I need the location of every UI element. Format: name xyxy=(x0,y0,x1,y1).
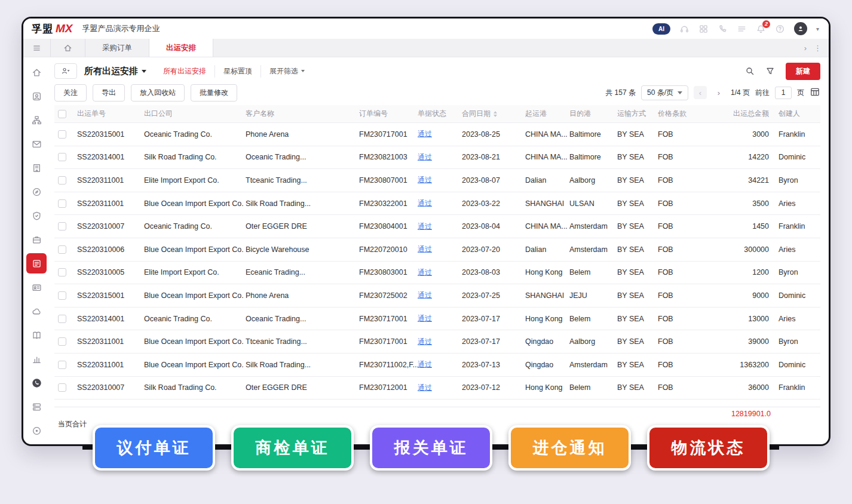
table-row[interactable]: SS220311001Blue Ocean Import Export Co.S… xyxy=(54,192,820,216)
quick-filter-0[interactable]: 所有出运安排 xyxy=(155,65,214,78)
row-checkbox[interactable] xyxy=(58,199,66,208)
table-row[interactable]: SS220315001Blue Ocean Import Export Co.P… xyxy=(54,284,820,308)
shortcut-button-0[interactable]: 议付单证 xyxy=(93,425,215,471)
column-settings-icon[interactable] xyxy=(810,87,820,99)
tab-shipping-plans[interactable]: 出运安排 xyxy=(149,39,213,57)
sidebar-item-record-icon[interactable] xyxy=(26,420,47,441)
sidebar-item-layers-icon[interactable] xyxy=(26,397,47,417)
sidebar-item-org-icon[interactable] xyxy=(26,110,47,130)
row-checkbox[interactable] xyxy=(58,361,66,369)
person-filter-icon[interactable] xyxy=(54,63,77,79)
sidebar-item-id-card-icon[interactable] xyxy=(26,277,47,297)
shortcut-button-3[interactable]: 进仓通知 xyxy=(508,425,631,471)
cell-company: Blue Ocean Import Export Co. xyxy=(144,361,246,369)
row-checkbox[interactable] xyxy=(58,245,66,254)
sidebar-item-mail-icon[interactable] xyxy=(26,134,47,154)
tab-purchase-orders[interactable]: 采购订单 xyxy=(85,39,149,57)
table-row[interactable]: SS220311001Blue Ocean Import Export Co.T… xyxy=(54,330,820,354)
new-button[interactable]: 新建 xyxy=(786,63,820,80)
sidebar-item-compass-icon[interactable] xyxy=(26,182,47,202)
row-checkbox[interactable] xyxy=(58,337,66,346)
sidebar-item-book-icon[interactable] xyxy=(26,325,47,345)
status-link[interactable]: 通过 xyxy=(418,290,432,300)
phone-call-icon[interactable] xyxy=(718,24,728,34)
table-row[interactable]: SS220314001Silk Road Trading Co.Oceanic … xyxy=(54,146,820,170)
status-link[interactable]: 通过 xyxy=(418,337,432,347)
status-link[interactable]: 通过 xyxy=(418,175,432,185)
sidebar-item-contacts-icon[interactable] xyxy=(26,86,47,106)
filter-funnel-icon[interactable] xyxy=(765,66,775,76)
goto-page-input[interactable] xyxy=(775,87,792,99)
help-icon[interactable] xyxy=(775,24,785,34)
table-row[interactable]: SS220314001Oceanic Trading Co.Oceanic Tr… xyxy=(54,308,820,331)
user-avatar[interactable] xyxy=(794,22,807,35)
bell-icon[interactable]: 2 xyxy=(756,24,766,34)
status-link[interactable]: 通过 xyxy=(418,198,432,208)
toolbar-button-0[interactable]: 关注 xyxy=(54,84,87,102)
shortcut-button-4[interactable]: 物流状态 xyxy=(647,425,770,471)
row-checkbox[interactable] xyxy=(58,176,66,185)
toolbar-button-3[interactable]: 批量修改 xyxy=(191,84,237,102)
row-checkbox[interactable] xyxy=(58,130,66,139)
quick-filter-1[interactable]: 星标置顶 xyxy=(214,65,260,78)
sidebar-item-company-icon[interactable] xyxy=(26,158,47,178)
column-header-5[interactable]: 合同日期 xyxy=(462,109,525,119)
shortcut-button-1[interactable]: 商检单证 xyxy=(231,425,354,471)
list-lines-icon[interactable] xyxy=(737,24,747,34)
cell-date: 2023-07-25 xyxy=(462,291,525,300)
chevron-down-icon[interactable]: ▾ xyxy=(816,26,819,32)
row-checkbox[interactable] xyxy=(58,291,66,300)
row-checkbox[interactable] xyxy=(58,268,66,276)
table-row[interactable]: SS220315001Oceanic Trading Co.Phone Aren… xyxy=(54,123,820,146)
tab-more-icon[interactable]: ⋮ xyxy=(814,44,822,53)
status-link[interactable]: 通过 xyxy=(418,359,432,370)
status-link[interactable]: 通过 xyxy=(418,383,432,393)
row-checkbox[interactable] xyxy=(58,153,66,161)
next-page-button[interactable]: › xyxy=(712,86,725,99)
column-header-6: 起运港 xyxy=(525,109,569,119)
cell-no: SS220310005 xyxy=(77,268,144,276)
sidebar-item-phone-icon[interactable] xyxy=(26,373,47,393)
shortcut-button-2[interactable]: 报关单证 xyxy=(370,425,492,471)
table-row[interactable]: SS220310005Elite Import Export Co.Eceani… xyxy=(54,262,820,285)
toolbar-button-1[interactable]: 导出 xyxy=(93,84,125,102)
table-row[interactable]: SS220311001Blue Ocean Import Export Co.S… xyxy=(54,354,820,377)
sidebar-item-home-icon[interactable] xyxy=(26,62,47,82)
sidebar-item-cloud-icon[interactable] xyxy=(26,301,47,321)
sidebar-item-briefcase-icon[interactable] xyxy=(26,229,47,250)
cell-date: 2023-07-13 xyxy=(462,361,525,369)
menu-icon[interactable] xyxy=(23,39,51,57)
cell-to_port: Aalborg xyxy=(569,337,617,346)
toolbar-button-2[interactable]: 放入回收站 xyxy=(131,84,185,102)
sidebar-item-shipping-form-icon[interactable] xyxy=(26,253,47,273)
row-checkbox[interactable] xyxy=(58,383,66,392)
select-all-checkbox[interactable] xyxy=(58,110,66,118)
status-link[interactable]: 通过 xyxy=(418,129,432,139)
search-icon[interactable] xyxy=(745,66,755,76)
cell-transport: BY SEA xyxy=(617,337,658,346)
tab-home[interactable] xyxy=(51,39,85,57)
status-link[interactable]: 通过 xyxy=(418,222,432,232)
status-link[interactable]: 通过 xyxy=(418,314,432,324)
view-dropdown[interactable]: 所有出运安排 xyxy=(84,66,146,77)
status-link[interactable]: 通过 xyxy=(418,268,432,278)
status-link[interactable]: 通过 xyxy=(418,152,432,162)
quick-filter-2[interactable]: 展开筛选 xyxy=(260,65,313,78)
row-checkbox[interactable] xyxy=(58,222,66,231)
table-row[interactable]: SS220310006Blue Ocean Import Export Co.B… xyxy=(54,238,820,262)
sidebar-item-chart-icon[interactable] xyxy=(26,349,47,369)
tab-scroll-right-icon[interactable]: › xyxy=(804,44,807,53)
ai-assistant-button[interactable]: AI xyxy=(652,23,670,35)
table-row[interactable]: SS220310007Silk Road Trading Co.Oter EGG… xyxy=(54,377,820,400)
prev-page-button[interactable]: ‹ xyxy=(694,86,707,99)
table-row[interactable]: SS220310007Oceanic Trading Co.Oter EGGER… xyxy=(54,215,820,238)
table-row[interactable]: SS220311001Elite Import Export Co.Ttcean… xyxy=(54,169,820,192)
page-size-select[interactable]: 50 条/页 xyxy=(641,85,688,100)
headset-icon[interactable] xyxy=(679,24,689,34)
apps-grid-icon[interactable] xyxy=(698,24,709,34)
pagination: 共 157 条 50 条/页 ‹ › 1/4 页 前往 页 xyxy=(605,85,820,100)
sidebar-item-safety-icon[interactable] xyxy=(26,205,47,226)
status-link[interactable]: 通过 xyxy=(418,244,432,254)
cell-no: SS220315001 xyxy=(77,130,144,139)
row-checkbox[interactable] xyxy=(58,315,66,323)
